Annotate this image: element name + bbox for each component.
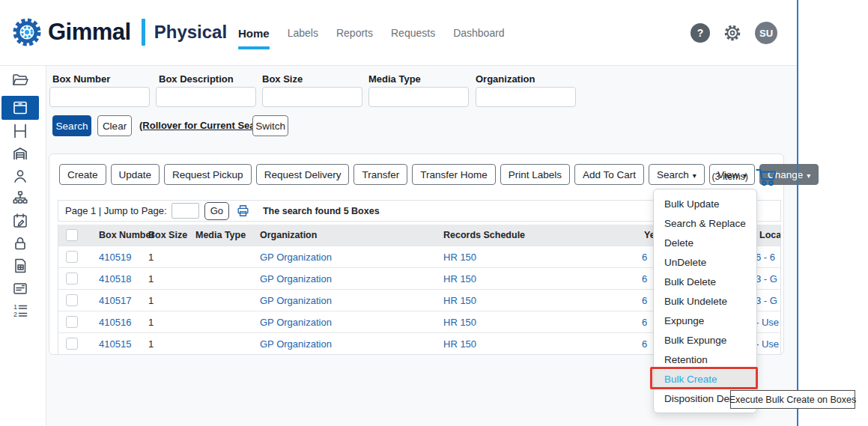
left-sidebar: 12: [0, 66, 46, 426]
switch-button[interactable]: Switch: [252, 115, 288, 136]
row-checkbox[interactable]: [66, 338, 78, 350]
row-checkbox[interactable]: [66, 273, 78, 284]
col-records-schedule[interactable]: Records Schedule: [443, 230, 525, 240]
sidebar-item-index-card-icon[interactable]: [1, 277, 39, 299]
box-number-link[interactable]: 410516: [99, 317, 131, 328]
print-labels-button[interactable]: Print Labels: [500, 164, 570, 185]
app-window: Gimmal Physical Home Labels Reports Requ…: [0, 0, 868, 426]
location-link[interactable]: 3 - G: [756, 295, 777, 306]
organization-input[interactable]: [476, 87, 576, 107]
row-checkbox[interactable]: [66, 251, 78, 263]
sidebar-item-org-chart-icon[interactable]: [1, 187, 39, 210]
box-size-input[interactable]: [262, 87, 362, 107]
year-cell[interactable]: 6: [642, 273, 647, 284]
menu-item-bulk-delete[interactable]: Bulk Delete: [654, 273, 756, 292]
brand-name: Gimmal: [48, 19, 131, 46]
help-icon[interactable]: ?: [691, 23, 710, 43]
year-cell[interactable]: 6: [642, 317, 647, 328]
bulk-create-tooltip: Execute Bulk Create on Boxes: [730, 390, 855, 409]
sidebar-item-warehouse-icon[interactable]: [1, 142, 39, 165]
request-delivery-button[interactable]: Request Delivery: [256, 164, 350, 185]
menu-item-bulk-expunge[interactable]: Bulk Expunge: [654, 331, 756, 350]
year-cell[interactable]: 6: [642, 338, 647, 350]
col-media-type[interactable]: Media Type: [195, 230, 246, 240]
sidebar-item-user-icon[interactable]: [1, 165, 39, 187]
year-cell[interactable]: 6: [642, 295, 647, 306]
sidebar-item-numbered-list-icon[interactable]: 12: [1, 299, 39, 322]
year-cell[interactable]: 6: [642, 252, 647, 263]
box-number-label: Box Number: [52, 73, 110, 85]
jump-to-page-input[interactable]: [172, 203, 199, 219]
nav-labels[interactable]: Labels: [288, 27, 318, 39]
settings-gear-icon[interactable]: [722, 22, 743, 43]
actions-toolbar: Create Update Request Pickup Request Del…: [59, 164, 819, 185]
request-pickup-button[interactable]: Request Pickup: [164, 164, 252, 185]
user-avatar[interactable]: SU: [755, 22, 777, 44]
row-checkbox[interactable]: [66, 294, 78, 306]
col-location[interactable]: Loca: [759, 230, 781, 240]
menu-item-delete[interactable]: Delete: [654, 234, 756, 253]
topbar-actions: ? SU: [691, 0, 777, 66]
window-edge-accent: [797, 0, 798, 426]
select-all-checkbox[interactable]: [66, 229, 78, 241]
go-button[interactable]: Go: [204, 202, 229, 220]
main-nav: Home Labels Reports Requests Dashboard: [238, 0, 505, 66]
gimmal-gear-icon: [10, 16, 43, 49]
organization-link[interactable]: GP Organization: [260, 252, 332, 263]
box-number-link[interactable]: 410515: [99, 338, 131, 350]
sidebar-item-storage-box-icon[interactable]: [1, 96, 39, 120]
location-link[interactable]: 3 - G: [756, 273, 777, 284]
col-organization[interactable]: Organization: [260, 230, 317, 240]
organization-link[interactable]: GP Organization: [260, 295, 332, 306]
nav-requests[interactable]: Requests: [391, 27, 435, 39]
cart-icon[interactable]: [753, 165, 779, 187]
add-to-cart-button[interactable]: Add To Cart: [574, 164, 644, 185]
box-number-link[interactable]: 410517: [99, 295, 131, 306]
search-menu-button[interactable]: Search▾: [649, 164, 705, 185]
box-number-link[interactable]: 410518: [99, 273, 131, 284]
organization-link[interactable]: GP Organization: [260, 317, 332, 328]
records-schedule-link[interactable]: HR 150: [443, 273, 476, 284]
sidebar-item-shelf-icon[interactable]: [1, 120, 39, 142]
nav-dashboard[interactable]: Dashboard: [453, 27, 505, 39]
records-schedule-link[interactable]: HR 150: [443, 317, 476, 328]
box-description-input[interactable]: [156, 87, 256, 107]
transfer-button[interactable]: Transfer: [353, 164, 407, 185]
sidebar-item-calendar-edit-icon[interactable]: [1, 210, 39, 232]
records-schedule-link[interactable]: HR 150: [443, 295, 476, 306]
records-schedule-link[interactable]: HR 150: [443, 252, 476, 263]
menu-item-search-and-replace[interactable]: Search & Replace: [654, 214, 756, 234]
location-link[interactable]: - Use: [756, 317, 779, 328]
sidebar-item-lock-icon[interactable]: [1, 232, 39, 255]
menu-item-bulk-update[interactable]: Bulk Update: [654, 195, 756, 214]
organization-link[interactable]: GP Organization: [260, 338, 332, 350]
printer-icon[interactable]: [236, 204, 250, 218]
location-link[interactable]: 6 - 6: [756, 252, 775, 263]
menu-item-undelete[interactable]: UnDelete: [654, 253, 756, 273]
caret-down-icon: ▾: [807, 171, 810, 180]
location-link[interactable]: - Use: [756, 338, 779, 350]
create-button[interactable]: Create: [59, 164, 106, 185]
menu-item-expunge[interactable]: Expunge: [654, 311, 756, 331]
search-button[interactable]: Search: [52, 115, 91, 136]
nav-home[interactable]: Home: [238, 27, 270, 40]
sidebar-item-folder-open-icon[interactable]: [1, 69, 39, 91]
box-number-link[interactable]: 410519: [99, 252, 131, 263]
records-schedule-link[interactable]: HR 150: [443, 338, 476, 350]
brand-logo[interactable]: Gimmal Physical: [10, 16, 227, 49]
col-box-number[interactable]: Box Number: [99, 230, 154, 240]
box-size-label: Box Size: [262, 73, 303, 85]
organization-link[interactable]: GP Organization: [260, 273, 332, 284]
col-box-size[interactable]: Box Size: [148, 230, 187, 240]
media-type-input[interactable]: [368, 87, 469, 107]
row-checkbox[interactable]: [66, 316, 78, 328]
clear-button[interactable]: Clear: [97, 115, 132, 136]
menu-item-bulk-undelete[interactable]: Bulk Undelete: [654, 292, 756, 311]
sidebar-item-document-grid-icon[interactable]: [1, 255, 39, 277]
update-button[interactable]: Update: [111, 164, 160, 185]
brand-divider: [142, 19, 145, 46]
nav-reports[interactable]: Reports: [336, 27, 373, 39]
transfer-home-button[interactable]: Transfer Home: [412, 164, 496, 185]
box-number-input[interactable]: [49, 87, 150, 107]
svg-text:1: 1: [13, 303, 17, 311]
